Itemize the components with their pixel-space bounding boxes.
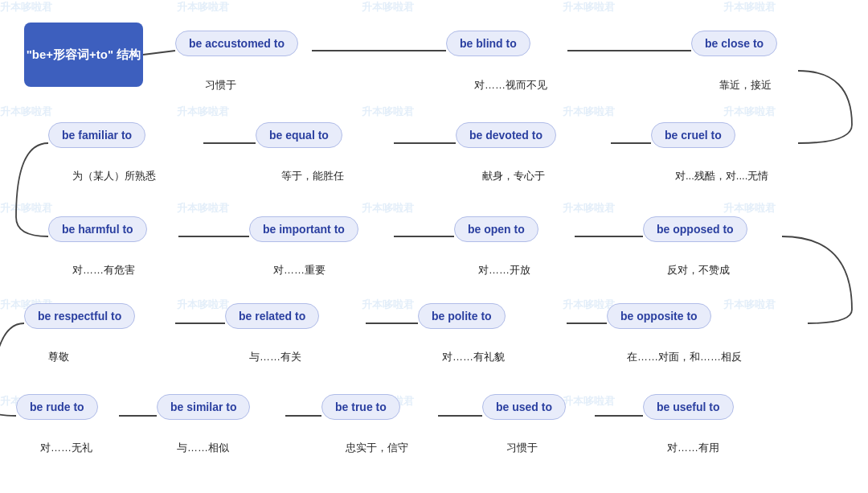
title-box: "be+形容词+to" 结构	[24, 23, 143, 87]
watermark: 升本哆啦君	[362, 105, 414, 119]
watermark: 升本哆啦君	[563, 394, 615, 409]
meaning-n5: 等于，能胜任	[281, 169, 344, 183]
phrase-node-n10: be open to	[454, 216, 538, 242]
watermark: 升本哆啦君	[362, 201, 414, 216]
phrase-node-n18: be true to	[321, 394, 400, 420]
meaning-n18: 忠实于，信守	[346, 441, 408, 455]
watermark: 升本哆啦君	[563, 298, 615, 312]
meaning-n9: 对……重要	[273, 263, 326, 277]
watermark: 升本哆啦君	[723, 0, 776, 14]
meaning-n8: 对……有危害	[72, 263, 135, 277]
phrase-node-n11: be opposed to	[643, 216, 747, 242]
meaning-n17: 与……相似	[177, 441, 229, 455]
phrase-node-n8: be harmful to	[48, 216, 147, 242]
watermark: 升本哆啦君	[177, 105, 229, 119]
phrase-node-n3: be close to	[691, 31, 777, 56]
phrase-node-n19: be used to	[482, 394, 566, 420]
title-text: "be+形容词+to" 结构	[27, 46, 141, 64]
phrase-node-n6: be devoted to	[456, 122, 556, 148]
watermark: 升本哆啦君	[723, 105, 776, 119]
watermark: 升本哆啦君	[177, 298, 229, 312]
watermark: 升本哆啦君	[177, 0, 229, 14]
meaning-n19: 习惯于	[506, 441, 538, 455]
watermark: 升本哆啦君	[0, 105, 52, 119]
meaning-n3: 靠近，接近	[719, 78, 772, 92]
phrase-node-n16: be rude to	[16, 394, 98, 420]
phrase-node-n2: be blind to	[446, 31, 530, 56]
meaning-n4: 为（某人）所熟悉	[72, 169, 156, 183]
phrase-node-n17: be similar to	[157, 394, 250, 420]
meaning-n1: 习惯于	[205, 78, 236, 92]
phrase-node-n5: be equal to	[256, 122, 342, 148]
phrase-node-n20: be useful to	[643, 394, 734, 420]
watermark: 升本哆啦君	[723, 201, 776, 216]
meaning-n16: 对……无礼	[40, 441, 92, 455]
meaning-n10: 对……开放	[478, 263, 530, 277]
meaning-n12: 尊敬	[48, 350, 69, 364]
meaning-n11: 反对，不赞成	[667, 263, 730, 277]
watermark: 升本哆啦君	[563, 105, 615, 119]
meaning-n14: 对……有礼貌	[442, 350, 505, 364]
meaning-n15: 在……对面，和……相反	[627, 350, 742, 364]
phrase-node-n12: be respectful to	[24, 303, 135, 329]
watermark: 升本哆啦君	[177, 201, 229, 216]
meaning-n13: 与……有关	[249, 350, 301, 364]
meaning-n20: 对……有用	[667, 441, 719, 455]
watermark: 升本哆啦君	[362, 0, 414, 14]
watermark: 升本哆啦君	[563, 0, 615, 14]
phrase-node-n14: be polite to	[418, 303, 506, 329]
watermark: 升本哆啦君	[0, 201, 52, 216]
meaning-n6: 献身，专心于	[482, 169, 545, 183]
main-container: 升本哆啦君升本哆啦君升本哆啦君升本哆啦君升本哆啦君升本哆啦君升本哆啦君升本哆啦君…	[0, 0, 868, 493]
watermark: 升本哆啦君	[362, 298, 414, 312]
phrase-node-n13: be related to	[225, 303, 319, 329]
watermark: 升本哆啦君	[0, 0, 52, 14]
meaning-n7: 对...残酷，对....无情	[675, 169, 768, 183]
phrase-node-n15: be opposite to	[607, 303, 711, 329]
phrase-node-n4: be familiar to	[48, 122, 145, 148]
watermark: 升本哆啦君	[723, 298, 776, 312]
phrase-node-n1: be accustomed to	[175, 31, 298, 56]
meaning-n2: 对……视而不见	[474, 78, 547, 92]
phrase-node-n7: be cruel to	[651, 122, 735, 148]
phrase-node-n9: be important to	[249, 216, 358, 242]
watermark: 升本哆啦君	[563, 201, 615, 216]
